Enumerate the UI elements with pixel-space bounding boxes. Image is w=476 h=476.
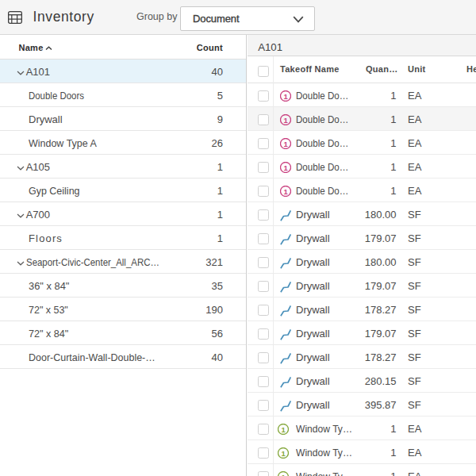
svg-text:1: 1 xyxy=(283,163,288,172)
svg-text:1: 1 xyxy=(283,92,288,101)
svg-text:1: 1 xyxy=(281,473,286,476)
svg-text:1: 1 xyxy=(281,425,286,434)
svg-text:1: 1 xyxy=(283,140,288,148)
svg-text:1: 1 xyxy=(281,449,286,458)
svg-text:1: 1 xyxy=(283,116,288,125)
svg-text:1: 1 xyxy=(283,187,288,196)
